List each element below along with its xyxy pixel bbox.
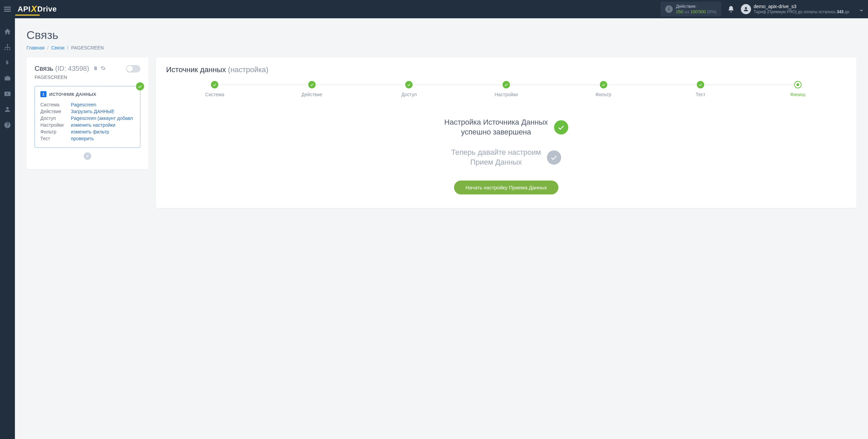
- actions-counter[interactable]: i Действия: 250 из 100'000 (0%): [660, 2, 721, 16]
- step-Система[interactable]: Система: [166, 81, 263, 97]
- profile-icon[interactable]: [4, 106, 11, 113]
- progress-stepper: СистемаДействиеДоступНастройкиФильтрТест…: [166, 81, 846, 97]
- setting-key: Действие: [40, 109, 71, 114]
- step-Действие[interactable]: Действие: [263, 81, 361, 97]
- step-label: Финиш: [790, 92, 805, 97]
- step-label: Фильтр: [595, 92, 611, 97]
- check-icon: [554, 120, 568, 134]
- connection-id: (ID: 43598): [55, 65, 89, 72]
- step-circle-icon: [502, 81, 510, 88]
- user-plan: Тариф |Премиум PRO| до оплаты осталось 3…: [754, 9, 849, 14]
- source-setting-row: ДействиеЗагрузить ДАННЫЕ: [40, 108, 135, 115]
- source-setting-row: Настройкиизменить настройки: [40, 122, 135, 128]
- avatar-icon: [741, 4, 751, 14]
- step-label: Система: [205, 92, 224, 97]
- step-Фильтр[interactable]: Фильтр: [555, 81, 652, 97]
- source-setting-row: СистемаPagescreen: [40, 101, 135, 108]
- help-icon[interactable]: [4, 121, 11, 129]
- connection-toggle[interactable]: [126, 65, 140, 72]
- gear-icon[interactable]: [100, 65, 106, 71]
- add-step-button[interactable]: +: [84, 152, 91, 160]
- step-label: Действие: [301, 92, 322, 97]
- sidebar: [0, 18, 15, 439]
- user-menu[interactable]: demo_apix-drive_s3 Тариф |Премиум PRO| д…: [741, 4, 864, 14]
- step-label: Настройки: [495, 92, 518, 97]
- source-setting-row: Фильтризменить фильтр: [40, 128, 135, 135]
- setting-key: Тест: [40, 136, 71, 141]
- breadcrumb-home[interactable]: Главная: [26, 45, 44, 50]
- setting-value-link[interactable]: изменить фильтр: [71, 129, 109, 134]
- source-setting-row: Тестпроверить: [40, 135, 135, 142]
- breadcrumb-current: PAGESCREEN: [71, 45, 104, 50]
- logo[interactable]: APIXDrive: [18, 4, 57, 15]
- step-circle-icon: [211, 81, 218, 88]
- actions-label: Действия:: [676, 4, 716, 9]
- setting-key: Фильтр: [40, 129, 71, 134]
- setup-header: Источник данных (настройка): [166, 65, 846, 74]
- start-receiver-setup-button[interactable]: Начать настройку Приема Данных: [454, 181, 558, 194]
- menu-button[interactable]: [4, 4, 14, 14]
- step-circle-icon: [308, 81, 316, 88]
- setting-value-link[interactable]: изменить настройки: [71, 122, 115, 128]
- breadcrumb: Главная / Связи / PAGESCREEN: [26, 45, 856, 50]
- info-icon: i: [665, 5, 673, 13]
- copy-icon[interactable]: [93, 65, 98, 71]
- connection-title: Связь: [35, 65, 53, 72]
- step-circle-icon: [600, 81, 607, 88]
- status-source-done: Настройка Источника Данных успешно завер…: [444, 118, 548, 137]
- source-setting-row: ДоступPagescreen (аккаунт добавл: [40, 115, 135, 122]
- step-Доступ[interactable]: Доступ: [360, 81, 458, 97]
- setting-value-link[interactable]: Pagescreen (аккаунт добавл: [71, 116, 133, 121]
- home-icon[interactable]: [4, 28, 11, 35]
- setup-card: Источник данных (настройка) СистемаДейст…: [156, 57, 856, 208]
- chevron-down-icon: ⌄: [859, 5, 864, 13]
- breadcrumb-links[interactable]: Связи: [51, 45, 64, 50]
- video-icon[interactable]: [4, 90, 11, 98]
- status-receiver-next: Теперь давайте настроим Прием Данных: [451, 148, 541, 167]
- step-Финиш[interactable]: Финиш: [749, 81, 846, 97]
- billing-icon[interactable]: [4, 59, 11, 66]
- step-circle-icon: [794, 81, 802, 88]
- step-label: Доступ: [401, 92, 417, 97]
- setting-value-link[interactable]: проверить: [71, 136, 94, 141]
- user-name: demo_apix-drive_s3: [754, 4, 849, 9]
- source-number-badge: 1: [40, 91, 46, 97]
- data-source-box: 1 ИСТОЧНИК ДАННЫХ СистемаPagescreenДейст…: [35, 86, 140, 148]
- briefcase-icon[interactable]: [4, 75, 11, 82]
- setting-value-link[interactable]: Pagescreen: [71, 102, 96, 107]
- source-title: ИСТОЧНИК ДАННЫХ: [49, 92, 96, 97]
- notifications-icon[interactable]: [727, 5, 735, 13]
- setting-key: Доступ: [40, 116, 71, 121]
- step-label: Тест: [696, 92, 706, 97]
- step-circle-icon: [405, 81, 413, 88]
- source-complete-badge: [136, 82, 144, 90]
- check-icon-pending: [547, 150, 561, 165]
- step-circle-icon: [697, 81, 704, 88]
- setting-value-link[interactable]: Загрузить ДАННЫЕ: [71, 109, 115, 114]
- connections-icon[interactable]: [4, 43, 11, 51]
- page-title: Связь: [26, 28, 856, 42]
- step-Настройки[interactable]: Настройки: [458, 81, 555, 97]
- step-Тест[interactable]: Тест: [652, 81, 749, 97]
- connection-card: Связь (ID: 43598) PAGESCREEN: [26, 57, 149, 169]
- setting-key: Настройки: [40, 122, 71, 128]
- connection-name: PAGESCREEN: [35, 75, 140, 80]
- top-bar: APIXDrive i Действия: 250 из 100'000 (0%…: [0, 0, 868, 18]
- setting-key: Система: [40, 102, 71, 107]
